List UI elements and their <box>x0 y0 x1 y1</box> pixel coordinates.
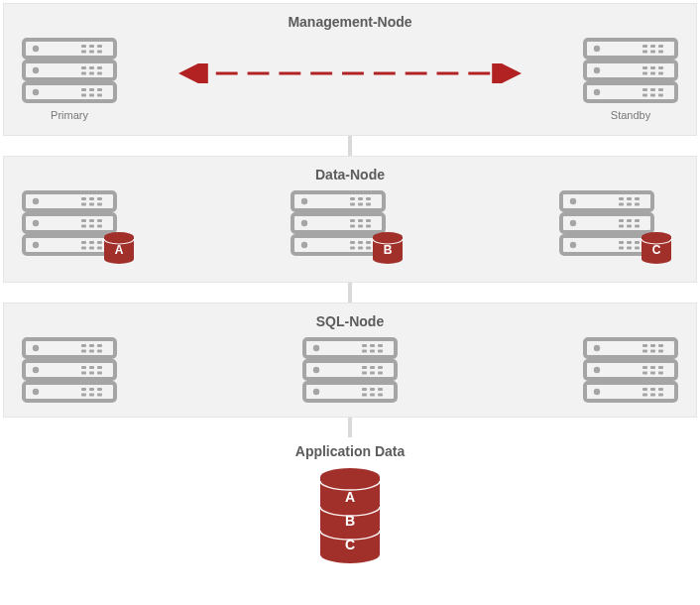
server-icon <box>583 38 678 103</box>
db-badge-a: A <box>115 243 124 257</box>
server-icon <box>302 337 398 403</box>
primary-node: Primary <box>22 38 117 121</box>
management-section: Management-Node Primary Standby <box>3 3 697 136</box>
data-node-a: A <box>22 190 141 268</box>
connector <box>348 136 352 156</box>
primary-label: Primary <box>51 109 88 121</box>
connector <box>348 283 352 302</box>
database-icon: A B C <box>315 467 385 566</box>
application-title: Application Data <box>3 443 697 459</box>
management-title: Management-Node <box>22 14 678 30</box>
sql-title: SQL-Node <box>22 313 678 329</box>
server-icon <box>22 337 117 403</box>
db-badge-b: B <box>384 243 393 257</box>
data-section: Data-Node A B <box>3 156 697 283</box>
data-node-c: C <box>559 190 678 268</box>
server-icon: C <box>559 190 678 268</box>
db-layer-b: B <box>345 513 355 529</box>
server-icon: B <box>291 190 409 268</box>
server-icon: A <box>22 190 141 268</box>
server-icon <box>583 337 678 403</box>
application-data: A B C <box>3 467 697 566</box>
server-icon <box>22 38 117 103</box>
sql-section: SQL-Node <box>3 302 697 418</box>
sql-node-1 <box>22 337 117 403</box>
connector <box>348 418 352 437</box>
standby-label: Standby <box>611 109 650 121</box>
data-title: Data-Node <box>22 167 678 182</box>
sql-node-2 <box>302 337 398 403</box>
db-layer-a: A <box>345 489 355 505</box>
standby-node: Standby <box>583 38 678 121</box>
data-node-b: B <box>291 190 409 268</box>
db-layer-c: C <box>345 537 355 552</box>
db-badge-c: C <box>652 243 661 257</box>
sql-node-3 <box>583 337 678 403</box>
